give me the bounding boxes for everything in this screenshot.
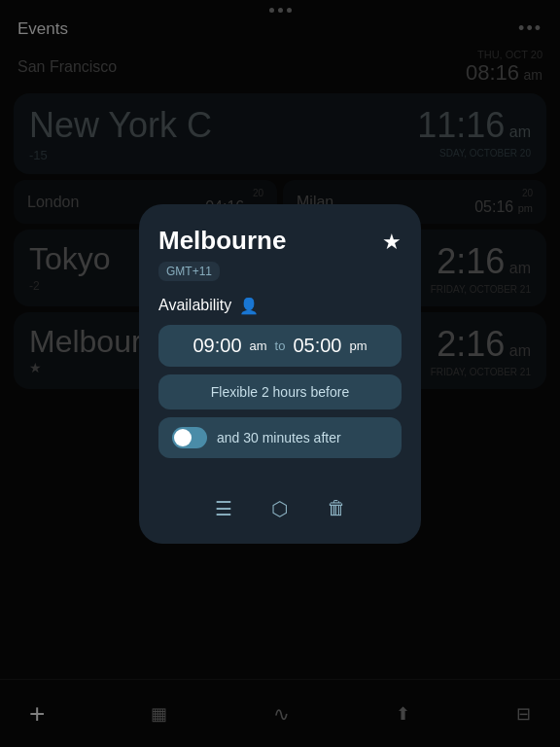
toggle-knob — [174, 429, 192, 446]
modal-footer: ☰ ⬡ 🗑 — [158, 481, 402, 520]
to-time: 05:00 — [293, 335, 341, 357]
time-to-label: to — [275, 338, 286, 353]
flexible-bar[interactable]: Flexible 2 hours before — [158, 374, 402, 409]
modal-overlay[interactable]: Melbourne ★ GMT+11 Availability 👤 09:00 … — [0, 0, 560, 747]
to-ampm: pm — [349, 338, 367, 353]
availability-label: Availability — [158, 297, 231, 314]
trash-icon[interactable]: 🗑 — [327, 497, 346, 519]
after-label: and 30 minutes after — [217, 430, 341, 445]
modal-dialog: Melbourne ★ GMT+11 Availability 👤 09:00 … — [139, 204, 421, 544]
modal-header: Melbourne ★ — [158, 226, 402, 256]
from-time: 09:00 — [192, 335, 241, 357]
modal-star-icon[interactable]: ★ — [382, 230, 402, 255]
availability-header: Availability 👤 — [158, 297, 402, 315]
modal-city-name: Melbourne — [158, 226, 286, 256]
after-toggle[interactable] — [172, 427, 207, 448]
timezone-badge: GMT+11 — [158, 262, 220, 281]
from-ampm: am — [250, 338, 267, 353]
collapse-icon[interactable]: ⬡ — [271, 497, 288, 520]
after-bar[interactable]: and 30 minutes after — [158, 417, 402, 458]
person-icon: 👤 — [239, 297, 259, 315]
time-range-bar[interactable]: 09:00 am to 05:00 pm — [158, 325, 402, 367]
list-icon[interactable]: ☰ — [215, 497, 232, 520]
